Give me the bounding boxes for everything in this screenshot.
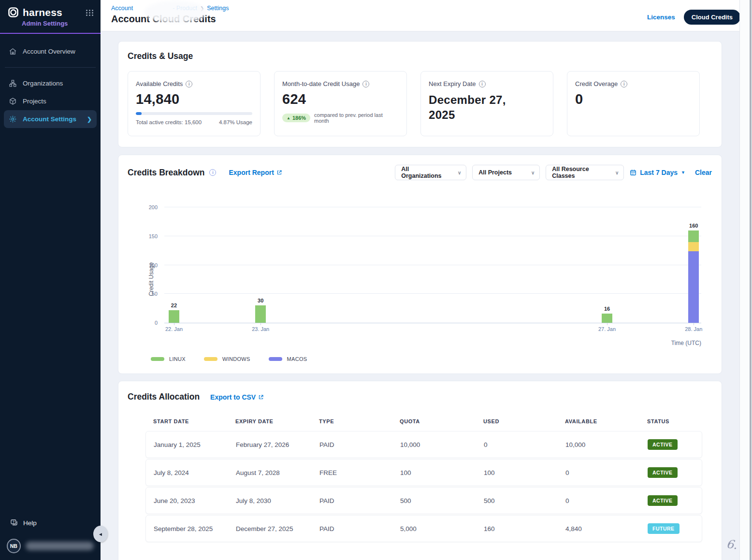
credits-usage-section: Credits & Usage Available Credits i 14,8…: [118, 41, 722, 147]
legend-swatch: [204, 357, 217, 361]
mtd-usage-label: Month-to-date Credit Usage: [282, 80, 360, 87]
x-tick: [260, 323, 261, 325]
legend-item-linux[interactable]: LINUX: [151, 356, 186, 362]
bar-total-label: 16: [604, 306, 610, 312]
date-range-picker[interactable]: Last 7 Days ▼: [630, 169, 685, 176]
cell-used: 100: [484, 469, 565, 476]
credits-breakdown-chart: Credit Usage 050100150200223016160 22. J…: [164, 207, 701, 362]
usage-percent: 4.87% Usage: [219, 119, 252, 125]
status-badge: ACTIVE: [648, 439, 678, 450]
corner-annotation: 6.: [725, 537, 738, 552]
scrollbar-thumb[interactable]: [750, 0, 752, 560]
breadcrumb-account-link[interactable]: Account: [111, 5, 133, 12]
x-axis-labels: 22. Jan23. Jan27. Jan28. Jan: [164, 326, 701, 335]
organizations-filter[interactable]: All Organizations∨: [395, 165, 466, 180]
chart-bar[interactable]: [688, 230, 699, 323]
cell-start: January 1, 2025: [154, 441, 236, 448]
logo-text: harness: [23, 7, 62, 18]
export-csv-link[interactable]: Export to CSV: [210, 393, 264, 401]
projects-filter[interactable]: All Projects∨: [472, 165, 540, 180]
allocation-table-body: January 1, 2025February 27, 2026PAID10,0…: [145, 431, 702, 542]
export-report-link[interactable]: Export Report: [229, 169, 282, 176]
breadcrumb: Account - Product ❯ Settings: [111, 5, 229, 12]
info-icon[interactable]: i: [186, 81, 192, 87]
column-header: QUOTA: [400, 418, 483, 424]
breadcrumb-product-link[interactable]: - Product: [173, 5, 197, 12]
credits-breakdown-section: Credits Breakdown i Export Report All Or…: [118, 155, 722, 374]
allocation-table-header: START DATEEXPIRY DATETYPEQUOTAUSEDAVAILA…: [145, 418, 702, 431]
status-badge: FUTURE: [648, 523, 680, 534]
licenses-link[interactable]: Licenses: [647, 14, 675, 21]
gridline: [164, 293, 701, 294]
chart-plot: 050100150200223016160: [164, 207, 701, 323]
legend-item-macos[interactable]: MACOS: [269, 356, 307, 362]
info-icon[interactable]: i: [362, 81, 369, 87]
cell-type: PAID: [319, 525, 400, 532]
bar-segment-linux: [688, 230, 699, 242]
credits-allocation-section: Credits Allocation Export to CSV START D…: [118, 381, 722, 560]
clear-filters-link[interactable]: Clear: [695, 169, 712, 176]
delta-note: compared to prev. period last month: [314, 112, 399, 124]
cell-used: 500: [484, 497, 565, 504]
bar-segment-macos: [688, 251, 699, 323]
y-tick-label: 50: [152, 291, 158, 297]
x-axis-title: Time (UTC): [164, 340, 701, 346]
chart-bar[interactable]: [255, 305, 266, 323]
app-grid-icon[interactable]: [86, 10, 94, 16]
user-avatar[interactable]: NB: [7, 539, 21, 553]
next-expiry-card: Next Expiry Date i December 27, 2025: [420, 71, 553, 136]
mtd-usage-value: 624: [282, 91, 399, 107]
total-active-credits: Total active credits: 15,600: [136, 119, 202, 125]
credit-overage-label: Credit Overage: [575, 80, 618, 87]
info-icon[interactable]: i: [621, 81, 627, 87]
column-header: EXPIRY DATE: [235, 418, 319, 424]
help-chat-icon: ?: [10, 518, 18, 527]
external-link-icon: [258, 394, 264, 400]
help-button[interactable]: ? Help: [7, 515, 94, 531]
cell-available: 4,840: [565, 525, 648, 532]
gridline: [164, 265, 701, 265]
chart-bar[interactable]: [602, 314, 612, 323]
chevron-right-icon: ❯: [87, 116, 92, 123]
resource-classes-filter[interactable]: All Resource Classes∨: [546, 165, 624, 180]
cell-quota: 500: [400, 497, 484, 504]
sidebar-item-organizations[interactable]: Organizations: [4, 74, 97, 92]
sidebar-item-projects[interactable]: Projects: [4, 92, 97, 110]
home-icon: [9, 47, 17, 56]
harness-logo: harness: [7, 6, 62, 19]
info-icon[interactable]: i: [209, 169, 216, 176]
next-expiry-label: Next Expiry Date: [429, 80, 476, 87]
x-tick: [694, 323, 694, 325]
info-icon[interactable]: i: [479, 81, 486, 87]
delta-badge: ▲ 186%: [282, 114, 310, 122]
page-header: Account - Product ❯ Settings Account Clo…: [101, 0, 752, 31]
harness-logo-icon: [7, 6, 20, 19]
bar-segment-linux: [602, 314, 612, 323]
sidebar-item-label: Projects: [23, 98, 46, 105]
table-row: January 1, 2025February 27, 2026PAID10,0…: [145, 431, 702, 458]
sidebar-item-account-settings[interactable]: Account Settings ❯: [4, 110, 97, 128]
cell-type: PAID: [319, 441, 400, 448]
cell-used: 0: [484, 441, 565, 448]
column-header: STATUS: [647, 418, 702, 424]
cell-start: July 8, 2024: [154, 469, 236, 476]
cell-type: FREE: [319, 469, 400, 476]
sidebar-collapse-handle[interactable]: ◄: [93, 526, 108, 542]
breadcrumb-settings-link[interactable]: Settings: [207, 5, 229, 12]
credit-overage-card: Credit Overage i 0: [567, 71, 700, 136]
gear-icon: [9, 115, 17, 123]
legend-item-windows[interactable]: WINDOWS: [204, 356, 250, 362]
column-header: AVAILABLE: [565, 418, 647, 424]
available-credits-value: 14,840: [136, 91, 252, 107]
legend-swatch: [151, 357, 164, 361]
sidebar-item-account-overview[interactable]: Account Overview: [4, 43, 97, 60]
x-tick-label: 28. Jan: [685, 326, 702, 332]
cloud-credits-button[interactable]: Cloud Credits: [684, 10, 740, 25]
svg-text:?: ?: [13, 520, 14, 524]
chevron-down-icon: ∨: [458, 170, 461, 175]
chart-bar[interactable]: [169, 310, 179, 323]
cell-quota: 100: [400, 469, 484, 476]
column-header: TYPE: [319, 418, 400, 424]
y-tick-label: 0: [155, 320, 158, 326]
available-credits-label: Available Credits: [136, 80, 183, 87]
